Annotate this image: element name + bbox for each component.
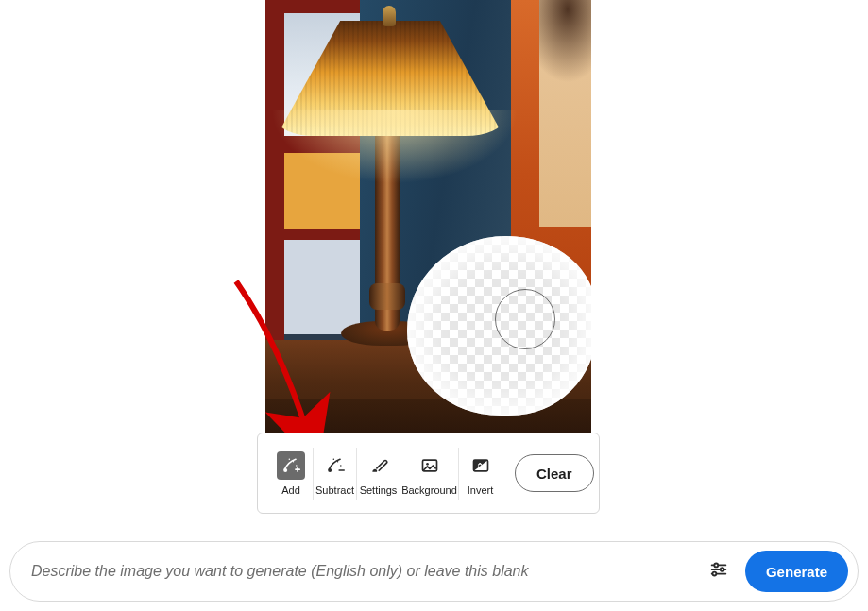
svg-point-3 xyxy=(289,458,291,460)
scene-lamp-stem xyxy=(375,123,400,331)
svg-point-7 xyxy=(332,458,334,460)
image-icon xyxy=(416,451,444,480)
svg-point-2 xyxy=(296,465,298,467)
background-label: Background xyxy=(401,485,457,496)
scene-picture-shadow xyxy=(539,0,591,113)
scene-lamp-finial xyxy=(383,6,396,26)
scene-window-bar xyxy=(284,136,360,153)
brush-settings-label: Settings xyxy=(360,485,398,496)
svg-point-11 xyxy=(714,563,718,567)
svg-point-13 xyxy=(712,572,716,576)
prompt-bar: Generate xyxy=(9,541,859,602)
sliders-icon xyxy=(708,559,729,584)
prompt-input[interactable] xyxy=(31,563,692,580)
prompt-settings-button[interactable] xyxy=(704,556,734,586)
invert-label: Invert xyxy=(468,485,494,496)
invert-icon xyxy=(467,451,495,480)
brush-add-icon xyxy=(277,451,305,480)
scene-window-lower2 xyxy=(284,240,360,334)
tool-group: Add Subtract S xyxy=(269,448,502,500)
brush-subtract-icon xyxy=(321,451,349,480)
svg-point-6 xyxy=(340,465,342,467)
clear-label: Clear xyxy=(536,466,572,482)
generate-label: Generate xyxy=(766,564,827,580)
image-canvas[interactable] xyxy=(265,0,591,433)
generate-button[interactable]: Generate xyxy=(745,551,848,592)
svg-point-4 xyxy=(328,468,332,472)
selection-toolbar: Add Subtract S xyxy=(257,433,600,514)
invert-button[interactable]: Invert xyxy=(458,448,502,500)
brush-settings-button[interactable]: Settings xyxy=(356,448,400,500)
brush-cursor xyxy=(495,289,555,349)
select-background-button[interactable]: Background xyxy=(400,448,458,500)
subtract-button[interactable]: Subtract xyxy=(313,448,356,500)
svg-point-1 xyxy=(293,461,295,463)
add-button[interactable]: Add xyxy=(269,448,313,500)
svg-point-5 xyxy=(336,461,338,463)
svg-point-0 xyxy=(283,468,287,472)
add-label: Add xyxy=(281,485,300,496)
clear-button[interactable]: Clear xyxy=(515,454,594,492)
scene-window-bar2 xyxy=(284,229,360,240)
subtract-label: Subtract xyxy=(315,485,354,496)
scene-lampshade xyxy=(277,21,503,136)
svg-point-9 xyxy=(426,463,429,466)
svg-point-12 xyxy=(721,568,724,571)
brush-icon xyxy=(365,451,393,480)
scene-window-lower xyxy=(284,153,360,229)
